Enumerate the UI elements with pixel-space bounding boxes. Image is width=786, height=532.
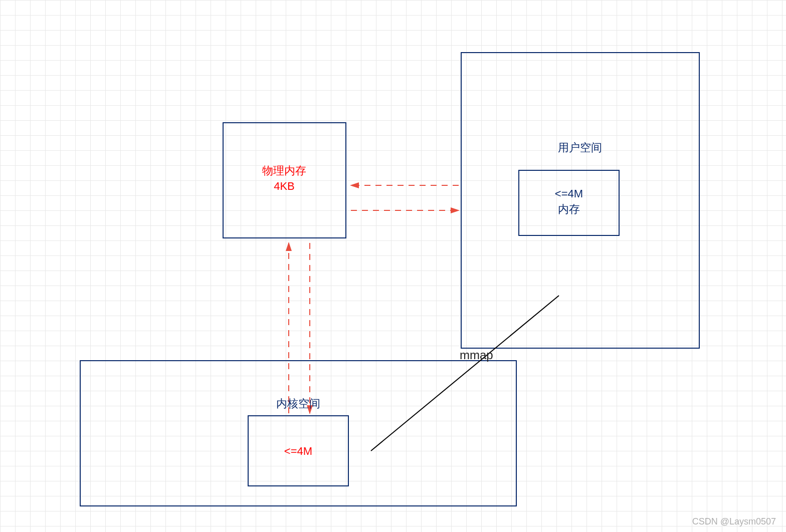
kernelspace-inner-label: <=4M	[248, 444, 348, 459]
userspace-inner-label: <=4M 内存	[519, 186, 619, 217]
physical-memory-label: 物理内存 4KB	[234, 163, 334, 194]
kernelspace-title: 内核空间	[248, 396, 348, 412]
userspace-inner-line2: 内存	[519, 202, 619, 217]
kernelspace-box	[80, 361, 516, 506]
mmap-label: mmap	[460, 348, 493, 362]
physical-line1: 物理内存	[234, 163, 334, 179]
diagram-canvas	[0, 0, 786, 532]
userspace-title: 用户空间	[530, 140, 630, 156]
userspace-inner-line1: <=4M	[519, 186, 619, 202]
mmap-line	[371, 296, 559, 451]
watermark: CSDN @Laysm0507	[692, 516, 776, 527]
physical-line2: 4KB	[234, 179, 334, 194]
